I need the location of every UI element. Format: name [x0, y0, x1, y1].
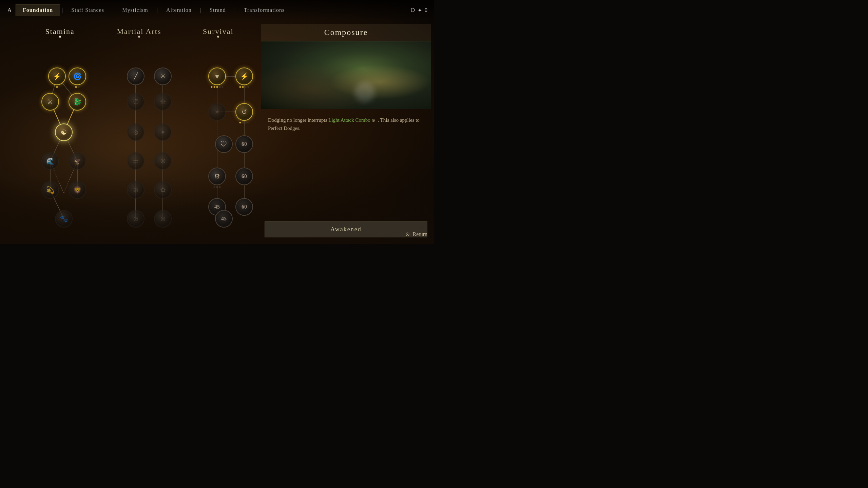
skill-stamina-4a[interactable]: 💫 [41, 181, 59, 199]
skill-martial-2a[interactable]: ∅ [127, 93, 144, 111]
skill-icon: ⊘ [133, 215, 139, 223]
col-header-martial-arts[interactable]: Martial Arts [99, 27, 178, 36]
controller-icon: ⊙ [372, 118, 375, 123]
skill-icon: ╱ [134, 72, 138, 80]
skill-martial-5a[interactable]: ⊕ [127, 181, 144, 199]
skill-stamina-2b[interactable]: 🐉 [69, 93, 86, 111]
skill-cost-text: 45 [221, 216, 227, 222]
skill-icon: ❋ [160, 157, 166, 165]
skill-icon: ⚙ [214, 172, 220, 180]
skill-stamina-5[interactable]: 🐾 [55, 210, 73, 228]
skill-survival-3b-num[interactable]: 60 [235, 135, 253, 153]
skill-icon: ⚡ [240, 72, 249, 80]
skill-survival-1b[interactable]: ⚡ [235, 67, 253, 85]
skill-icon: 🌀 [73, 72, 82, 80]
skill-stamina-composure[interactable]: ☯ [55, 123, 73, 141]
skill-icon: ↺ [242, 108, 247, 116]
skill-icon: ❊ [160, 98, 166, 106]
skill-icon: ☯ [61, 128, 67, 136]
skill-stamina-3a[interactable]: 🌊 [41, 152, 59, 170]
skill-martial-6a[interactable]: ⊘ [127, 210, 144, 228]
skill-stamina-4b[interactable]: 🦁 [69, 181, 86, 199]
panel-image [261, 41, 431, 109]
skill-cost-text: 60 [242, 141, 247, 147]
skill-survival-2a[interactable]: ✴ [208, 103, 226, 121]
skill-icon: ✴ [214, 108, 220, 116]
skill-icon: ∅ [133, 98, 139, 106]
nav-sep-3: | [157, 7, 158, 13]
skill-icon: ⚡ [53, 72, 61, 80]
skill-martial-2b[interactable]: ❊ [154, 93, 172, 111]
skill-icon: ⚔ [47, 98, 53, 106]
skill-icon: 🌊 [46, 157, 55, 165]
main-content: Stamina Martial Arts Survival [0, 20, 434, 244]
skill-stamina-1b[interactable]: 🌀 [69, 67, 86, 85]
skill-survival-1a[interactable]: ♥ [208, 67, 226, 85]
skill-icon: 🦅 [73, 157, 82, 165]
skill-martial-4a[interactable]: ⇌ [127, 152, 144, 170]
skill-icon: ⊗ [133, 128, 139, 136]
column-headers: Stamina Martial Arts Survival [20, 27, 258, 36]
tab-foundation[interactable]: Foundation [16, 4, 60, 16]
skill-icon: ⊛ [160, 215, 166, 223]
skill-martial-6b[interactable]: ⊛ [154, 210, 172, 228]
skill-martial-5b[interactable]: ✿ [154, 181, 172, 199]
skill-survival-4a[interactable]: ⚙ [208, 168, 226, 185]
skill-survival-3a[interactable]: 🛡 [215, 135, 233, 153]
skill-icon: ♥ [215, 73, 219, 80]
nav-sep-4: | [200, 7, 201, 13]
tab-mysticism[interactable]: Mysticism [115, 4, 155, 16]
tab-transformations[interactable]: Transformations [237, 4, 291, 16]
panel-title: Composure [261, 24, 431, 41]
nav-right: D ✦ 0 [411, 7, 427, 14]
tab-alteration[interactable]: Alteration [159, 4, 198, 16]
skill-icon: 🐾 [60, 215, 68, 223]
currency-icon: ✦ [418, 7, 422, 14]
nav-sep-5: | [234, 7, 235, 13]
skill-survival-composure[interactable]: ↺ [235, 103, 253, 121]
skill-cost-text: 45 [214, 204, 220, 210]
col-header-survival[interactable]: Survival [179, 27, 258, 36]
skill-icon: 🛡 [220, 140, 227, 148]
panel-description: Dodging no longer interrupts Light Attac… [261, 109, 431, 139]
skill-stamina-1a[interactable]: ⚡ [48, 67, 66, 85]
skill-icon: ✿ [160, 186, 166, 194]
skill-cost-text: 60 [242, 204, 247, 210]
skill-icon: ⊕ [133, 186, 139, 194]
return-label: Return [412, 231, 427, 237]
nav-left-icon[interactable]: A [3, 4, 16, 16]
currency-value: 0 [425, 7, 427, 13]
nav-sep-2: | [113, 7, 114, 13]
skill-icon: ✦ [160, 128, 166, 136]
col-header-stamina[interactable]: Stamina [20, 27, 99, 36]
skill-martial-4b[interactable]: ❋ [154, 152, 172, 170]
tab-staff-stances[interactable]: Staff Stances [64, 4, 111, 16]
skill-martial-3b[interactable]: ✦ [154, 123, 172, 141]
skill-icon: ⇌ [133, 157, 139, 165]
skill-survival-6-num[interactable]: 45 [215, 210, 233, 228]
skill-survival-4b-num[interactable]: 60 [235, 168, 253, 185]
detail-panel: Composure Dodging no longer interrupts L… [261, 24, 431, 241]
skill-stamina-3b[interactable]: 🦅 [69, 152, 86, 170]
nav-right-icon: D [411, 7, 415, 13]
skill-stamina-2a[interactable]: ⚔ [41, 93, 59, 111]
nav-sep-1: | [62, 7, 63, 13]
skill-icon: 🐉 [73, 98, 82, 106]
panel-status: Awakened [265, 221, 427, 237]
skill-icon: ✳ [160, 72, 166, 80]
controller-icon-return: ⊙ [405, 231, 410, 237]
skill-martial-1a[interactable]: ╱ [127, 67, 144, 85]
skill-preview-image [261, 41, 431, 109]
skill-icon: 💫 [46, 186, 55, 194]
top-navigation: A Foundation | Staff Stances | Mysticism… [0, 0, 434, 20]
return-button[interactable]: ⊙ Return [405, 231, 427, 237]
skill-survival-5b-num[interactable]: 60 [235, 198, 253, 216]
desc-text-start: Dodging no longer interrupts [268, 117, 328, 123]
skill-icon: 🦁 [73, 186, 82, 194]
skill-martial-3a[interactable]: ⊗ [127, 123, 144, 141]
tab-strand[interactable]: Strand [203, 4, 233, 16]
skill-tree-area: ⚡ 🌀 ⚔ 🐉 ☯ 🌊 🦅 [20, 44, 258, 237]
skill-cost-text: 60 [242, 173, 247, 179]
desc-highlight[interactable]: Light Attack Combo [328, 117, 370, 123]
skill-martial-1b[interactable]: ✳ [154, 67, 172, 85]
